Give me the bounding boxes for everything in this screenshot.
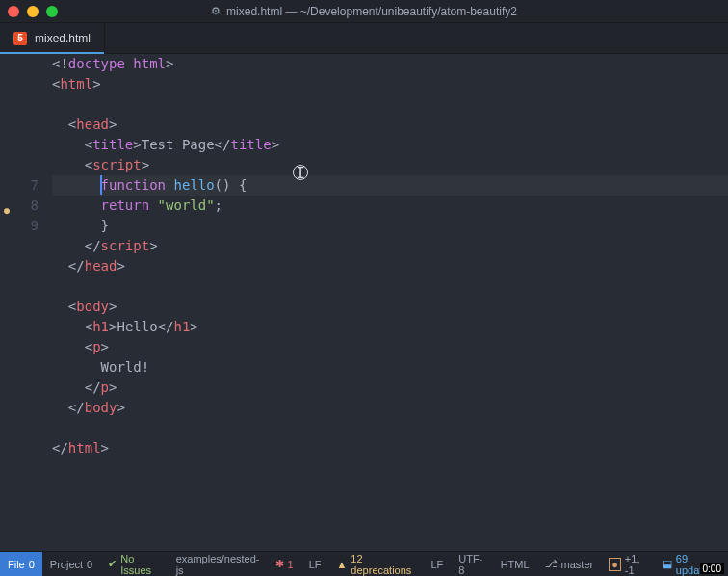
code-line[interactable]: <title>Test Page</title> (52, 135, 728, 155)
code-line[interactable] (52, 94, 728, 115)
package-icon: ⬓ (663, 558, 672, 570)
git-branch-icon: ⎇ (545, 558, 558, 570)
deprecations-status[interactable]: ▲ 12 deprecations (328, 552, 423, 576)
code-line[interactable] (52, 418, 728, 438)
linter-file-value: 0 (29, 559, 35, 570)
status-bar: File 0 Project 0 ✔ No Issues examples/ne… (0, 551, 728, 576)
code-line[interactable]: <html> (52, 74, 728, 94)
code-line[interactable]: <script> (52, 155, 728, 175)
code-line[interactable]: </body> (52, 398, 728, 418)
no-issues-status[interactable]: ✔ No Issues (100, 552, 168, 576)
text-cursor (100, 175, 102, 195)
line-number (0, 155, 44, 175)
line-number (0, 54, 44, 74)
linter-file-label: File (8, 559, 25, 570)
code-line[interactable] (52, 276, 728, 297)
corner-clock: 0:00 (700, 563, 724, 574)
line-number (0, 337, 44, 357)
no-issues-label: No Issues (120, 553, 160, 576)
line-ending-left[interactable]: LF (301, 552, 329, 576)
code-line[interactable]: <head> (52, 115, 728, 135)
line-number (0, 74, 44, 94)
html-file-icon: 5 (13, 32, 27, 45)
text-editor[interactable]: 789 <!doctype html><html> <head> <title>… (0, 54, 728, 551)
line-number: 7 (0, 175, 44, 196)
line-number-gutter: 789 (0, 54, 52, 551)
line-number (0, 398, 44, 418)
code-line[interactable]: return "world"; (52, 196, 728, 216)
linter-project-value: 0 (87, 559, 92, 570)
line-number (0, 297, 44, 317)
code-line[interactable]: <!doctype html> (52, 54, 728, 74)
linter-file-count[interactable]: File 0 (0, 552, 42, 576)
linter-project-count[interactable]: Project 0 (42, 552, 100, 576)
window-titlebar: ⚙ mixed.html — ~/Development/unibeautify… (0, 0, 728, 23)
git-diff-status[interactable]: ● +1, -1 (601, 552, 655, 576)
line-number (0, 438, 44, 458)
file-path-status[interactable]: examples/nested-js (169, 552, 268, 576)
code-line[interactable]: </head> (52, 256, 728, 276)
line-number (0, 135, 44, 155)
window-title: ⚙ mixed.html — ~/Development/unibeautify… (0, 5, 728, 18)
line-number (0, 418, 44, 438)
code-line[interactable]: </script> (52, 236, 728, 256)
line-number (0, 256, 44, 276)
code-line[interactable]: <p> (52, 337, 728, 357)
line-ending-right[interactable]: LF (423, 552, 451, 576)
tab-mixed-html[interactable]: 5 mixed.html (0, 23, 105, 53)
git-branch-status[interactable]: ⎇ master (537, 552, 602, 576)
merge-conflicts-status[interactable]: ✱ 1 (268, 552, 301, 576)
code-line[interactable]: } (52, 216, 728, 236)
line-number (0, 378, 44, 398)
line-number (0, 236, 44, 256)
git-diff-icon: ● (609, 558, 621, 571)
linter-project-label: Project (50, 559, 83, 570)
code-line[interactable]: <body> (52, 297, 728, 317)
encoding-status[interactable]: UTF-8 (451, 552, 492, 576)
line-number (0, 317, 44, 337)
mouse-cursor-icon: I (293, 165, 308, 180)
line-number (0, 94, 44, 115)
code-line[interactable]: World! (52, 357, 728, 378)
line-number: 9 (0, 216, 44, 236)
git-diff-text: +1, -1 (625, 553, 647, 576)
conflicts-count: 1 (288, 559, 294, 570)
line-number (0, 357, 44, 378)
git-branch-name: master (561, 559, 594, 570)
bug-icon: ✱ (275, 558, 284, 570)
line-number: 8 (0, 196, 44, 216)
code-line[interactable]: </p> (52, 378, 728, 398)
warning-icon: ▲ (336, 559, 347, 570)
code-line[interactable]: </html> (52, 438, 728, 458)
line-number (0, 276, 44, 297)
tab-label: mixed.html (35, 32, 91, 45)
tab-bar: 5 mixed.html (0, 23, 728, 54)
line-number (0, 115, 44, 135)
code-area[interactable]: <!doctype html><html> <head> <title>Test… (52, 54, 728, 551)
window-title-text: mixed.html — ~/Development/unibeautify/a… (226, 5, 517, 18)
file-path-text: examples/nested-js (176, 553, 260, 576)
check-icon: ✔ (108, 558, 117, 570)
deprecations-text: 12 deprecations (351, 553, 415, 576)
settings-icon: ⚙ (211, 5, 221, 17)
code-line[interactable]: <h1>Hello</h1> (52, 317, 728, 337)
grammar-status[interactable]: HTML (493, 552, 537, 576)
